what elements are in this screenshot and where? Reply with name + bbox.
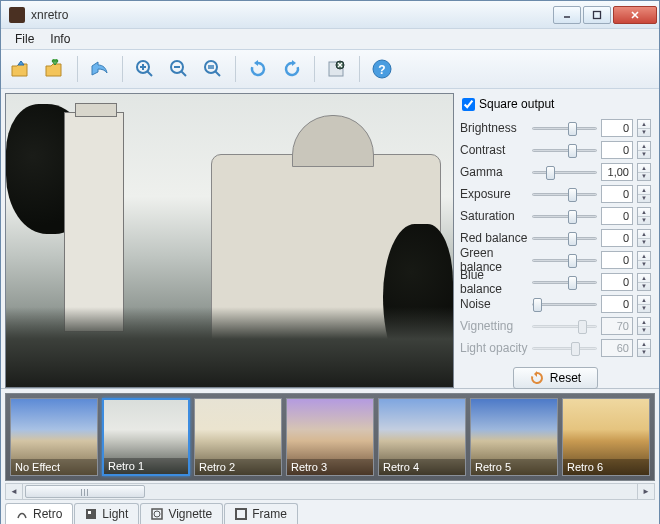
brightness-value[interactable]: 0 [601,119,633,137]
reset-button[interactable]: Reset [513,367,598,389]
red-balance-value[interactable]: 0 [601,229,633,247]
menu-info[interactable]: Info [42,30,78,48]
brightness-label: Brightness [460,121,528,135]
export-button[interactable] [86,55,114,83]
app-window: xnretro File Info [0,0,660,524]
title-bar: xnretro [1,1,659,29]
preview-pane[interactable] [5,93,454,388]
vignette-icon [151,508,163,520]
thumbstrip-scrollbar[interactable]: ◄ ► [5,483,655,500]
saturation-label: Saturation [460,209,528,223]
reset-label: Reset [550,371,581,385]
thumb-retro-1[interactable]: Retro 1 [102,398,190,476]
contrast-slider[interactable] [532,142,597,158]
open-button[interactable] [7,55,35,83]
svg-rect-0 [594,11,601,18]
vignetting-row: Vignetting 70 ▲▼ [460,315,651,337]
light-opacity-value: 60 [601,339,633,357]
adjustments-panel: Square output Brightness 0 ▲▼ Contrast 0… [454,89,659,388]
tab-light[interactable]: Light [74,503,139,524]
exposure-slider[interactable] [532,186,597,202]
thumb-retro-3[interactable]: Retro 3 [286,398,374,476]
noise-label: Noise [460,297,528,311]
contrast-value[interactable]: 0 [601,141,633,159]
light-opacity-slider [532,340,597,356]
close-button[interactable] [613,6,657,24]
blue-balance-row: Blue balance 0 ▲▼ [460,271,651,293]
gamma-label: Gamma [460,165,528,179]
gamma-value[interactable]: 1,00 [601,163,633,181]
random-button[interactable] [323,55,351,83]
light-opacity-spinner: ▲▼ [637,339,651,357]
svg-rect-9 [88,511,91,514]
separator [122,56,123,82]
square-output-label: Square output [479,97,554,111]
scroll-thumb[interactable] [25,485,145,498]
tab-retro-label: Retro [33,507,62,521]
green-balance-value[interactable]: 0 [601,251,633,269]
main-row: Square output Brightness 0 ▲▼ Contrast 0… [1,89,659,389]
brightness-spinner[interactable]: ▲▼ [637,119,651,137]
help-button[interactable]: ? [368,55,396,83]
gamma-slider[interactable] [532,164,597,180]
saturation-row: Saturation 0 ▲▼ [460,205,651,227]
save-button[interactable] [41,55,69,83]
saturation-spinner[interactable]: ▲▼ [637,207,651,225]
rotate-right-button[interactable] [244,55,272,83]
tab-vignette[interactable]: Vignette [140,503,223,524]
zoom-out-button[interactable] [165,55,193,83]
scroll-right-arrow[interactable]: ► [637,484,654,499]
maximize-button[interactable] [583,6,611,24]
contrast-spinner[interactable]: ▲▼ [637,141,651,159]
thumb-retro-5[interactable]: Retro 5 [470,398,558,476]
red-balance-spinner[interactable]: ▲▼ [637,229,651,247]
light-opacity-label: Light opacity [460,341,528,355]
thumb-retro-4[interactable]: Retro 4 [378,398,466,476]
tab-vignette-label: Vignette [168,507,212,521]
minimize-button[interactable] [553,6,581,24]
noise-row: Noise 0 ▲▼ [460,293,651,315]
thumb-retro-2[interactable]: Retro 2 [194,398,282,476]
zoom-in-button[interactable] [131,55,159,83]
window-title: xnretro [31,8,551,22]
separator [77,56,78,82]
tab-retro[interactable]: Retro [5,503,73,524]
noise-spinner[interactable]: ▲▼ [637,295,651,313]
tab-frame[interactable]: Frame [224,503,298,524]
retro-icon [16,508,28,520]
scroll-left-arrow[interactable]: ◄ [6,484,23,499]
blue-balance-spinner[interactable]: ▲▼ [637,273,651,291]
thumb-retro-7[interactable]: Ret [654,398,655,476]
green-balance-spinner[interactable]: ▲▼ [637,251,651,269]
saturation-slider[interactable] [532,208,597,224]
reset-icon [530,371,544,385]
gamma-spinner[interactable]: ▲▼ [637,163,651,181]
thumb-no-effect[interactable]: No Effect [10,398,98,476]
red-balance-slider[interactable] [532,230,597,246]
vignetting-value: 70 [601,317,633,335]
brightness-slider[interactable] [532,120,597,136]
zoom-fit-button[interactable] [199,55,227,83]
thumbnail-area: No Effect Retro 1 Retro 2 Retro 3 Retro … [1,389,659,500]
menu-file[interactable]: File [7,30,42,48]
gamma-row: Gamma 1,00 ▲▼ [460,161,651,183]
svg-rect-12 [236,509,246,519]
light-opacity-row: Light opacity 60 ▲▼ [460,337,651,359]
noise-value[interactable]: 0 [601,295,633,313]
blue-balance-slider[interactable] [532,274,597,290]
green-balance-slider[interactable] [532,252,597,268]
app-icon [9,7,25,23]
light-icon [85,508,97,520]
blue-balance-label: Blue balance [460,268,528,296]
contrast-label: Contrast [460,143,528,157]
exposure-spinner[interactable]: ▲▼ [637,185,651,203]
thumb-retro-6[interactable]: Retro 6 [562,398,650,476]
blue-balance-value[interactable]: 0 [601,273,633,291]
rotate-left-button[interactable] [278,55,306,83]
square-output-checkbox[interactable] [462,98,475,111]
exposure-value[interactable]: 0 [601,185,633,203]
noise-slider[interactable] [532,296,597,312]
saturation-value[interactable]: 0 [601,207,633,225]
brightness-row: Brightness 0 ▲▼ [460,117,651,139]
separator [359,56,360,82]
